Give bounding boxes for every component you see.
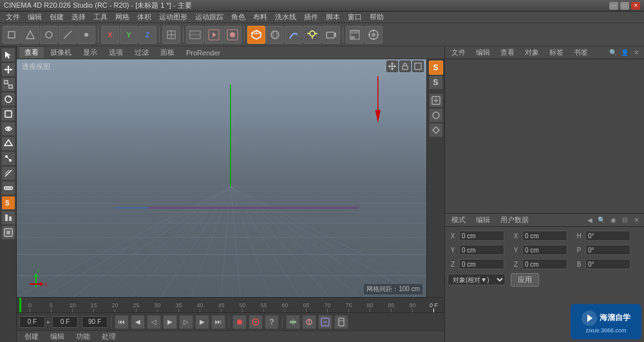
render-view-btn[interactable] bbox=[205, 26, 223, 44]
tool13-btn[interactable] bbox=[1, 225, 15, 240]
tab-view[interactable]: 查看 bbox=[19, 47, 44, 58]
vpr-btn-4[interactable] bbox=[429, 108, 443, 122]
menu-file[interactable]: 文件 bbox=[3, 12, 23, 23]
menu-create[interactable]: 创建 bbox=[46, 12, 67, 23]
model-mode-btn[interactable] bbox=[3, 26, 21, 44]
pb-help-btn[interactable]: ? bbox=[265, 315, 279, 329]
tab-camera[interactable]: 摄像机 bbox=[45, 47, 77, 58]
tool6-btn[interactable] bbox=[1, 122, 15, 136]
mesh-mode-btn[interactable] bbox=[21, 26, 39, 44]
menu-select[interactable]: 选择 bbox=[68, 12, 89, 23]
minimize-button[interactable]: ─ bbox=[609, 2, 618, 10]
menu-edit[interactable]: 编辑 bbox=[24, 12, 45, 23]
rh-user-icon[interactable]: 👤 bbox=[620, 48, 630, 58]
frame-start-input[interactable] bbox=[19, 316, 45, 328]
move-btn[interactable] bbox=[346, 26, 364, 44]
bottom-tab-function[interactable]: 功能 bbox=[71, 331, 95, 342]
rotate-tool-btn[interactable] bbox=[1, 92, 15, 106]
y-input[interactable] bbox=[459, 245, 504, 255]
object-list[interactable] bbox=[445, 59, 644, 213]
viewport-lock-btn[interactable] bbox=[399, 61, 411, 72]
rh-search-icon[interactable]: 🔍 bbox=[608, 48, 618, 58]
camera-btn[interactable] bbox=[322, 26, 340, 44]
p-input[interactable] bbox=[585, 245, 630, 255]
tool10-btn[interactable] bbox=[1, 181, 15, 195]
cube-btn[interactable] bbox=[247, 26, 265, 44]
bottom-tab-process[interactable]: 处理 bbox=[97, 331, 121, 342]
bottom-tab-create[interactable]: 创建 bbox=[19, 331, 44, 342]
render-settings-btn[interactable] bbox=[365, 26, 383, 44]
pb-key3-btn[interactable] bbox=[318, 315, 332, 329]
polygon-mode-btn[interactable] bbox=[40, 26, 58, 44]
pb-prev-btn[interactable]: ◁ bbox=[147, 315, 161, 329]
rb-userdata-tab[interactable]: 用户数据 bbox=[497, 214, 533, 225]
menu-script[interactable]: 脚本 bbox=[323, 12, 343, 23]
tab-options[interactable]: 选项 bbox=[104, 47, 128, 58]
rb-edit-tab[interactable]: 编辑 bbox=[472, 214, 494, 225]
scale-tool-btn[interactable] bbox=[1, 77, 15, 91]
pb-prev-key-btn[interactable]: ◀ bbox=[131, 315, 145, 329]
light-btn[interactable] bbox=[303, 26, 321, 44]
tool5-btn[interactable] bbox=[1, 107, 15, 121]
menu-character[interactable]: 角色 bbox=[228, 12, 249, 23]
rh-tab-tag[interactable]: 标签 bbox=[545, 47, 567, 58]
rb-mode-tab[interactable]: 模式 bbox=[448, 214, 469, 225]
render-btn[interactable] bbox=[223, 26, 242, 44]
vpr-s-btn-1[interactable]: S bbox=[429, 61, 443, 75]
edge-mode-btn[interactable] bbox=[59, 26, 77, 44]
frame-current-input[interactable] bbox=[52, 316, 78, 328]
rb-search-icon[interactable]: 🔍 bbox=[596, 215, 607, 225]
tool7-btn[interactable] bbox=[1, 137, 15, 151]
rb-arrow-icon[interactable]: ◀ bbox=[585, 215, 595, 225]
pb-key4-btn[interactable] bbox=[334, 315, 348, 329]
viewport-maximize-btn[interactable] bbox=[412, 61, 424, 72]
y2-input[interactable] bbox=[522, 245, 567, 255]
move-tool-btn[interactable] bbox=[1, 62, 15, 77]
rh-tab-bookmark[interactable]: 书签 bbox=[570, 47, 592, 58]
vpr-btn-5[interactable] bbox=[429, 123, 443, 137]
rh-tab-edit[interactable]: 编辑 bbox=[472, 47, 494, 58]
h-input[interactable] bbox=[585, 231, 630, 241]
rh-close-icon[interactable]: ✕ bbox=[631, 48, 641, 58]
pb-record-btn[interactable] bbox=[232, 315, 247, 329]
coord-mode-select[interactable]: 对象(相对▼) bbox=[448, 274, 506, 285]
pb-add-key-btn[interactable] bbox=[286, 315, 300, 329]
coord-world-btn[interactable] bbox=[162, 26, 180, 44]
pb-next-key-btn[interactable]: ▶ bbox=[195, 315, 209, 329]
render-region-btn[interactable] bbox=[186, 26, 204, 44]
rh-tab-file[interactable]: 文件 bbox=[448, 47, 469, 58]
menu-fluid[interactable]: 洗水线 bbox=[272, 12, 299, 23]
pb-key2-btn[interactable] bbox=[302, 315, 316, 329]
tab-prorender[interactable]: ProRender bbox=[181, 48, 225, 57]
timeline[interactable]: 0 5 10 15 20 bbox=[17, 297, 444, 312]
viewport-move-btn[interactable] bbox=[386, 61, 398, 72]
frame-end-input[interactable] bbox=[82, 316, 108, 328]
x2-input[interactable] bbox=[522, 231, 567, 241]
rb-icon3[interactable]: ⊟ bbox=[620, 215, 630, 225]
x-input[interactable] bbox=[459, 231, 504, 241]
close-button[interactable]: ✕ bbox=[631, 2, 640, 10]
tool9-btn[interactable] bbox=[1, 166, 15, 180]
rh-tab-object[interactable]: 对象 bbox=[521, 47, 543, 58]
menu-mograph[interactable]: 运动图形 bbox=[156, 12, 191, 23]
vpr-s-btn-2[interactable]: S bbox=[429, 75, 443, 90]
y-axis-btn[interactable]: Y bbox=[120, 26, 138, 44]
tool11-btn[interactable]: S bbox=[1, 196, 15, 210]
z2-input[interactable] bbox=[522, 259, 567, 269]
rb-icon2[interactable]: ◉ bbox=[608, 215, 618, 225]
menu-plugins[interactable]: 插件 bbox=[301, 12, 321, 23]
tab-panel[interactable]: 面板 bbox=[155, 47, 180, 58]
b-input[interactable] bbox=[585, 259, 630, 269]
menu-volume[interactable]: 体积 bbox=[134, 12, 155, 23]
menu-window[interactable]: 窗口 bbox=[345, 12, 365, 23]
menu-help[interactable]: 帮助 bbox=[366, 12, 387, 23]
vpr-btn-3[interactable] bbox=[429, 93, 443, 108]
tab-display[interactable]: 显示 bbox=[78, 47, 102, 58]
maximize-button[interactable]: □ bbox=[620, 2, 629, 10]
x-axis-btn[interactable]: X bbox=[101, 26, 119, 44]
rh-tab-view[interactable]: 查看 bbox=[497, 47, 518, 58]
pb-start-btn[interactable]: ⏮ bbox=[115, 315, 129, 329]
select-tool-btn[interactable] bbox=[1, 48, 15, 62]
scene-btn[interactable] bbox=[266, 26, 284, 44]
point-mode-btn[interactable] bbox=[77, 26, 95, 44]
